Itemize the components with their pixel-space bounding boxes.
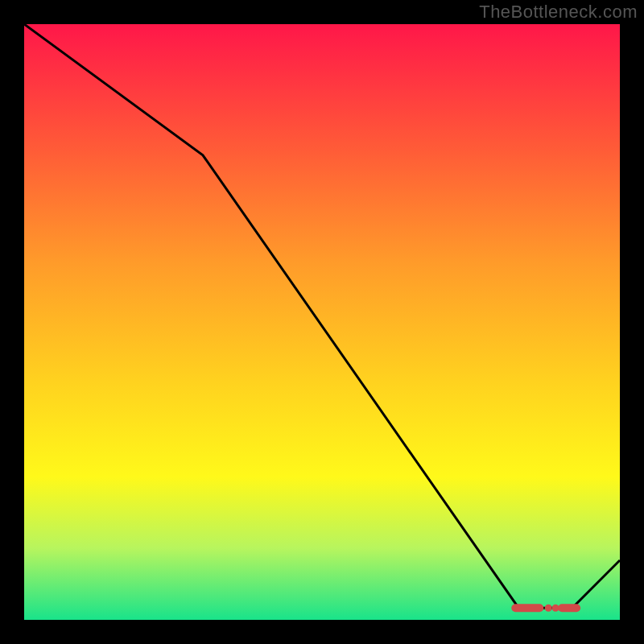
- chart-svg: [24, 24, 620, 620]
- plot-area: [24, 24, 620, 620]
- gradient-background: [24, 24, 620, 620]
- marker-dot: [545, 605, 552, 612]
- chart-frame: TheBottleneck.com: [0, 0, 644, 644]
- watermark-text: TheBottleneck.com: [479, 2, 638, 23]
- marker-pill: [558, 604, 580, 612]
- marker-pill: [511, 604, 543, 612]
